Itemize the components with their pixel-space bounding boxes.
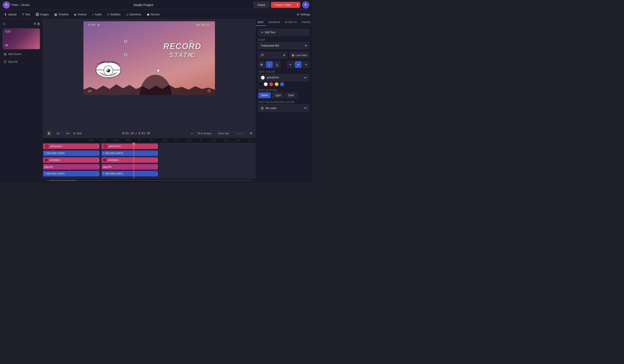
duplicate-scene-button[interactable]: ⧉ bbox=[34, 22, 36, 25]
fit-to-screen-button[interactable]: Fit to Screen bbox=[195, 131, 214, 136]
view-all-button[interactable]: ☰ View All bbox=[3, 59, 40, 65]
edit-bg-color-icon: ✏ bbox=[304, 106, 307, 110]
export-video-button[interactable]: Export Video bbox=[271, 2, 295, 8]
canvas-wrapper: PLAY ▶ 00:00:01 RECORD STATIC bbox=[83, 21, 215, 95]
tab-effects[interactable]: EFFECTS bbox=[283, 19, 299, 26]
skip-forward-button[interactable]: +5s bbox=[63, 131, 71, 136]
text-bg-color-picker[interactable]: ⊘ No color ✏ bbox=[258, 104, 309, 112]
playhead[interactable] bbox=[133, 143, 134, 179]
clip-sticker-1a[interactable]: mRZj5Bs3 | bbox=[43, 157, 99, 163]
clip-text-1b[interactable]: T RECORD STATIC | bbox=[102, 151, 158, 156]
playback-controls: ⏸ -5s +5s ⊞ Split 0:01.19 / 0:01.50 ⇔ Fi… bbox=[43, 129, 255, 138]
split-label: Split bbox=[77, 132, 82, 135]
main-content: 1s ⧉ 🗑 RECORD STATIC 👁 ⊕ Add Scene ☰ Vie… bbox=[0, 19, 312, 182]
pause-button[interactable]: ⏸ bbox=[46, 130, 52, 136]
ruler-mark: :1.8 bbox=[186, 139, 199, 141]
toolbar-scenes-label: Scenes bbox=[78, 13, 87, 16]
top-bar: P Peter › Studio Studio Project Share Ex… bbox=[0, 0, 312, 10]
clip-label: mRZj5Bs3 bbox=[108, 159, 119, 161]
eye-sticker bbox=[95, 60, 122, 80]
toolbar-upload[interactable]: ⬆ Upload bbox=[2, 12, 19, 17]
align-left-button[interactable]: ≡ bbox=[287, 61, 294, 68]
timeline-scrollbar[interactable] bbox=[43, 179, 255, 182]
ruler-mark: :2 bbox=[199, 139, 211, 141]
align-right-button[interactable]: ≡ bbox=[303, 61, 309, 68]
clip-text-2b[interactable]: T RECORD STATIC | bbox=[102, 171, 158, 176]
clip-text-2a[interactable]: T RECORD STATIC | bbox=[43, 171, 99, 176]
images-icon: 🖼 bbox=[36, 13, 39, 16]
toolbar-record[interactable]: ⏺ Record bbox=[144, 12, 162, 17]
clip-audio-1b[interactable]: jqfgcJRn | bbox=[102, 164, 158, 170]
toolbar-audio-label: Audio bbox=[95, 13, 102, 16]
settings-button[interactable]: ⚙ Settings bbox=[297, 13, 310, 16]
clip-label: jqfgcJRn bbox=[103, 166, 112, 168]
tab-edit[interactable]: EDIT bbox=[256, 19, 266, 26]
track-audio-1: jqfgcJRn | jqfgcJRn | bbox=[43, 163, 255, 170]
italic-button[interactable]: I bbox=[266, 61, 273, 68]
color-preset-yellow[interactable] bbox=[275, 82, 279, 86]
clip-video-1b[interactable]: pFFnHUCU | bbox=[102, 143, 158, 149]
outline-light-button[interactable]: Light bbox=[272, 92, 284, 98]
scene-thumbnail[interactable]: RECORD STATIC 👁 bbox=[3, 28, 40, 49]
scrollbar-thumb[interactable] bbox=[50, 180, 77, 181]
clip-sticker-1b[interactable]: mRZj5Bs3 | bbox=[102, 157, 158, 163]
view-all-label: View All bbox=[8, 60, 18, 63]
timeline-tracks: pFFnHUCU | pFFnHUCU | T bbox=[43, 143, 255, 179]
timeline-panel: ⏸ -5s +5s ⊞ Split 0:01.19 / 0:01.50 ⇔ Fi… bbox=[43, 129, 255, 182]
tab-animate[interactable]: ANIMATE bbox=[266, 19, 283, 26]
toolbar-audio[interactable]: ♪ Audio bbox=[90, 12, 104, 17]
toolbar-elements-label: Elements bbox=[130, 13, 141, 16]
add-scene-label: Add Scene bbox=[8, 52, 21, 56]
record-icon: ⏺ bbox=[147, 13, 150, 16]
color-preset-black[interactable] bbox=[258, 82, 262, 86]
tab-timing[interactable]: TIMING bbox=[299, 19, 312, 26]
outline-dark-button[interactable]: Dark bbox=[285, 92, 297, 98]
close-timeline-button[interactable]: ✕ bbox=[249, 131, 253, 136]
font-size-row: 37 ▾ 🔒 Lock Ratio bbox=[258, 52, 309, 58]
clip-text-1a[interactable]: T RECORD STATIC | bbox=[43, 151, 99, 156]
toolbar-elements[interactable]: ◇ Elements bbox=[124, 12, 143, 17]
logo-icon[interactable]: P bbox=[3, 1, 10, 9]
align-center-button[interactable]: ≡ bbox=[295, 61, 302, 68]
text-color-picker[interactable]: #FFFFFF ✏ bbox=[258, 74, 309, 81]
font-section: FONT Trebuchet MS ▾ bbox=[258, 39, 309, 49]
underline-button[interactable]: U bbox=[274, 61, 281, 68]
zoom-in-button[interactable]: Zoom In bbox=[233, 131, 247, 136]
outline-none-button[interactable]: None bbox=[258, 92, 271, 98]
split-button[interactable]: ⊞ Split bbox=[73, 132, 82, 135]
toolbar-subtitles[interactable]: ≡ Subtitles bbox=[105, 12, 123, 17]
zoom-out-button[interactable]: Zoom Out bbox=[215, 131, 232, 136]
clip-video-1a[interactable]: pFFnHUCU | bbox=[43, 143, 99, 149]
track-content: T RECORD STATIC | T RECORD STATIC | bbox=[43, 170, 255, 177]
clip-end-indicator: | bbox=[157, 166, 157, 168]
ruler-marks: :0.2 :0.4 :0.6 :0.8 :1 :1.2 :1.4 :1.6 :1… bbox=[88, 139, 255, 141]
playhead-head bbox=[133, 143, 135, 146]
track-video-1: pFFnHUCU | pFFnHUCU | bbox=[43, 143, 255, 150]
text-track-icon: T bbox=[44, 173, 46, 175]
color-preset-white[interactable] bbox=[264, 82, 268, 86]
add-scene-button[interactable]: ⊕ Add Scene bbox=[3, 51, 40, 57]
toolbar-scenes[interactable]: ◈ Scenes bbox=[72, 12, 89, 17]
clip-audio-1a[interactable]: jqfgcJRn | bbox=[43, 164, 99, 170]
font-size-selector[interactable]: 37 ▾ bbox=[258, 52, 287, 58]
toolbar-text[interactable]: T Text bbox=[20, 12, 32, 17]
bold-button[interactable]: B bbox=[258, 61, 265, 68]
split-icon: ⊞ bbox=[73, 132, 76, 135]
timeline-icon: ▦ bbox=[54, 13, 57, 16]
audio-icon: ♪ bbox=[92, 13, 94, 16]
toolbar-images[interactable]: 🖼 Images bbox=[33, 12, 51, 17]
skip-back-button[interactable]: -5s bbox=[54, 131, 61, 136]
clip-label: RECORD STATIC bbox=[47, 152, 65, 155]
settings-label: Settings bbox=[300, 13, 310, 16]
user-avatar[interactable]: P bbox=[302, 1, 309, 9]
color-preset-blue[interactable] bbox=[280, 82, 284, 86]
lock-ratio-button[interactable]: 🔒 Lock Ratio bbox=[289, 52, 309, 58]
font-selector[interactable]: Trebuchet MS ▾ bbox=[258, 42, 309, 49]
breadcrumb-workspace: Studio bbox=[21, 3, 29, 7]
color-preset-red[interactable] bbox=[269, 82, 273, 86]
toolbar-timeline[interactable]: ▦ Timeline bbox=[52, 12, 71, 17]
edit-text-button[interactable]: ✏ Edit Text bbox=[258, 29, 309, 36]
export-dropdown-button[interactable]: ▾ bbox=[295, 2, 300, 8]
share-button[interactable]: Share bbox=[254, 1, 269, 8]
delete-scene-button[interactable]: 🗑 bbox=[37, 22, 40, 25]
